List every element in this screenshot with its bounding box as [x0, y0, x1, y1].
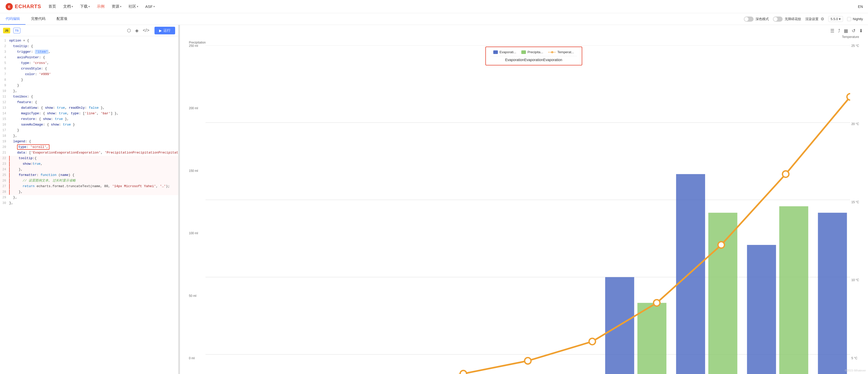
code-line-3: 3 trigger: 'item',	[0, 49, 178, 55]
svg-rect-14	[637, 303, 666, 374]
logo-icon: E	[5, 3, 13, 11]
main-area: JS TS ⬡ ◈ </> ▶ 运行 1 option = { 2 toolti…	[0, 25, 868, 374]
y-right-20: 20 °C	[851, 122, 859, 126]
version-value: 5.5.0	[831, 17, 838, 21]
legend-line-svg	[548, 50, 556, 54]
code-line-4: 4 axisPointer: {	[0, 55, 178, 61]
accessible-label: 无障碍花纹	[785, 17, 801, 22]
nav-home[interactable]: 首页	[49, 3, 56, 10]
svg-point-25	[718, 242, 724, 248]
left-axis-title: Precipitation	[189, 41, 206, 44]
tab-code-edit[interactable]: 代码编辑	[0, 13, 26, 25]
dark-mode-toggle[interactable]	[744, 16, 753, 22]
y-axis-right: 25 °C 20 °C 15 °C 10 °C 5 °C	[851, 44, 859, 360]
logo-text: ECHARTS	[15, 4, 41, 9]
code-line-19: 19 legend: {	[0, 139, 178, 145]
chart-line-icon[interactable]: ⤴	[838, 28, 840, 34]
svg-rect-13	[818, 213, 847, 374]
y-right-25: 25 °C	[851, 44, 859, 47]
accessible-toggle[interactable]	[773, 16, 783, 22]
code-line-2: 2 tooltip: {	[0, 44, 178, 49]
legend-items: Evaporati... Precipita... Temperat...	[493, 50, 574, 54]
nav-asf[interactable]: ASF ▾	[145, 3, 155, 10]
logo[interactable]: E ECHARTS	[5, 3, 41, 11]
legend-item-temperature[interactable]: Temperat...	[548, 50, 574, 54]
legend-label-precipitation: Precipita...	[527, 50, 543, 54]
code-line-27: 27 return echarts.format.truncateText(na…	[0, 184, 178, 190]
code-line-29: 29 },	[0, 195, 178, 201]
chart-panel: ☰ ⤴ ▦ ↺ ⬇ Evaporati... Precipita...	[180, 25, 868, 374]
code-line-30: 30 },	[0, 201, 178, 206]
nav-resources[interactable]: 资源 ▾	[112, 3, 121, 10]
y-left-250: 250 ml	[189, 44, 198, 47]
chart-data-view-icon[interactable]: ☰	[830, 28, 834, 34]
tab-config[interactable]: 配置项	[51, 13, 73, 25]
render-settings-group: 渲染设置 ⚙	[805, 16, 824, 22]
run-button[interactable]: ▶ 运行	[154, 27, 175, 34]
resources-arrow-icon: ▾	[120, 5, 121, 8]
legend-dot-evaporation	[493, 50, 498, 54]
code-line-22: 22 tooltip:{	[0, 156, 178, 161]
nav-examples[interactable]: 示例	[97, 3, 104, 10]
chart-bar-icon[interactable]: ▦	[844, 28, 848, 34]
nav-docs[interactable]: 文档 ▾	[63, 3, 73, 10]
chart-restore-icon[interactable]: ↺	[852, 28, 856, 34]
svg-rect-12	[747, 245, 776, 374]
code-line-21: 21 data: ['EvaporationEvaporationEvapora…	[0, 150, 178, 156]
version-selector[interactable]: 5.5.0 ▾	[828, 16, 843, 22]
legend-item-precipitation[interactable]: Precipita...	[521, 50, 543, 54]
run-icon: ▶	[159, 29, 162, 33]
dark-mode-label: 深色模式	[755, 17, 769, 22]
code-line-7: 7 color: '#999'	[0, 72, 178, 77]
nightly-label: Nightly	[853, 17, 863, 21]
code-line-13: 13 dataView: { show: true, readOnly: fal…	[0, 105, 178, 111]
download-arrow-icon: ▾	[89, 5, 90, 8]
chart-watermark: ©2015-Whatever	[845, 369, 866, 372]
y-left-50: 50 ml	[189, 294, 198, 298]
code-panel: JS TS ⬡ ◈ </> ▶ 运行 1 option = { 2 toolti…	[0, 25, 179, 374]
svg-rect-11	[676, 174, 705, 374]
accessible-knob	[773, 17, 777, 21]
y-right-15: 15 °C	[851, 200, 859, 204]
js-lang-tag[interactable]: JS	[3, 28, 10, 33]
code-toolbar: JS TS ⬡ ◈ </> ▶ 运行	[0, 25, 178, 36]
legend-line-temperature	[548, 50, 556, 54]
code-line-15: 15 restore: { show: true },	[0, 116, 178, 122]
box-icon[interactable]: ◈	[135, 28, 139, 33]
svg-point-21	[460, 370, 466, 374]
code-editor[interactable]: 1 option = { 2 tooltip: { 3 trigger: 'it…	[0, 36, 178, 374]
code-line-12: 12 feature: {	[0, 100, 178, 105]
code-line-20: 20 type: 'scroll',	[0, 145, 178, 150]
right-axis-title: Temperature	[842, 35, 859, 39]
svg-point-27	[847, 94, 850, 100]
tab-group: 代码编辑 完整代码 配置项	[0, 13, 73, 25]
right-controls: 深色模式 无障碍花纹 渲染设置 ⚙ 5.5.0 ▾ Nightly	[744, 16, 868, 22]
chart-toolbar: ☰ ⤴ ▦ ↺ ⬇	[830, 28, 863, 34]
code-line-14: 14 magicType: { show: true, type: ['line…	[0, 111, 178, 116]
settings-icon[interactable]: ⚙	[820, 16, 824, 22]
tab-full-code[interactable]: 完整代码	[26, 13, 51, 25]
code-line-5: 5 type: 'cross',	[0, 61, 178, 66]
cube-icon[interactable]: ⬡	[127, 28, 131, 33]
y-left-0: 0 ml	[189, 356, 198, 360]
code-line-24: 24 },	[0, 167, 178, 173]
code-icon[interactable]: </>	[143, 28, 149, 33]
nav-download[interactable]: 下载 ▾	[80, 3, 90, 10]
nightly-checkbox[interactable]	[847, 17, 851, 21]
nav-community[interactable]: 社区 ▾	[128, 3, 138, 10]
render-label: 渲染设置	[805, 17, 818, 22]
top-nav: E ECHARTS 首页 文档 ▾ 下载 ▾ 示例 资源 ▾ 社区 ▾ ASF …	[0, 0, 868, 13]
code-line-9: 9 }	[0, 83, 178, 89]
lang-switch[interactable]: EN	[858, 5, 863, 9]
svg-point-24	[654, 300, 660, 306]
chart-save-icon[interactable]: ⬇	[859, 28, 863, 34]
code-line-8: 8 }	[0, 77, 178, 83]
community-arrow-icon: ▾	[137, 5, 138, 8]
docs-arrow-icon: ▾	[72, 5, 73, 8]
ts-lang-tag[interactable]: TS	[13, 28, 21, 33]
dark-mode-toggle-group: 深色模式	[744, 16, 769, 22]
legend-item-evaporation[interactable]: Evaporati...	[493, 50, 516, 54]
code-line-23: 23 show:true,	[0, 161, 178, 167]
code-line-28: 28 },	[0, 190, 178, 195]
asf-arrow-icon: ▾	[153, 5, 155, 8]
